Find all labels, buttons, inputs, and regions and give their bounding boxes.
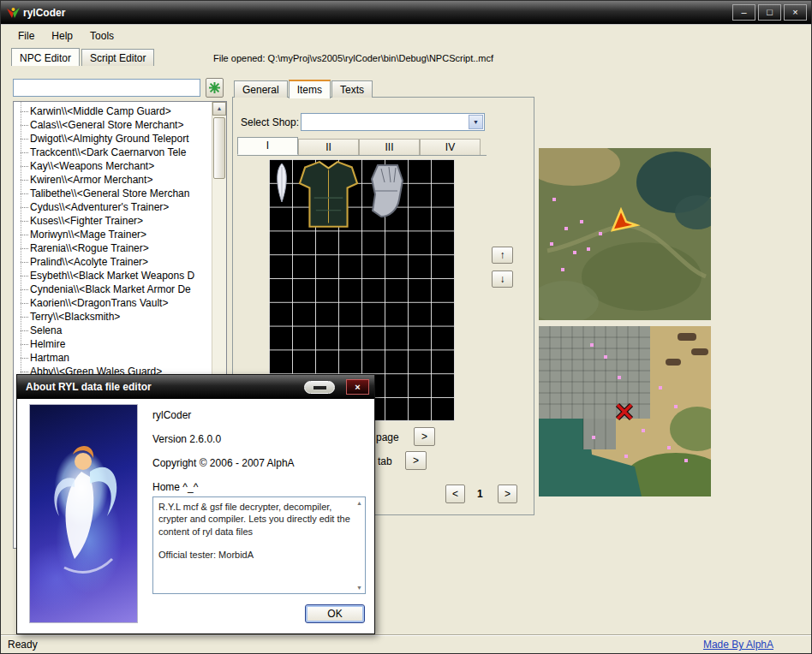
npc-tree-item[interactable]: Hartman bbox=[14, 351, 213, 365]
shop-tab-3[interactable]: III bbox=[359, 139, 420, 155]
move-down-button[interactable]: ↓ bbox=[492, 271, 513, 288]
desc-scroll-up-icon[interactable]: ▲ bbox=[356, 499, 362, 507]
about-dialog: About RYL data file editor × rylCoder Ve… bbox=[16, 374, 375, 634]
chevron-down-icon[interactable]: ▼ bbox=[469, 115, 483, 129]
desc-scroll-down-icon[interactable]: ▼ bbox=[356, 584, 362, 592]
about-home-link[interactable]: Home ^_^ bbox=[152, 481, 198, 493]
npc-tree-item[interactable]: Cyndenia\\<Black Market Armor De bbox=[14, 282, 213, 296]
menu-help[interactable]: Help bbox=[43, 27, 81, 45]
npc-tree-item[interactable]: Cydus\\<Adventurer's Trainer> bbox=[14, 200, 213, 214]
map-overview-image[interactable] bbox=[539, 148, 711, 320]
tab-general[interactable]: General bbox=[234, 80, 288, 98]
close-button[interactable]: × bbox=[784, 4, 807, 21]
about-artwork bbox=[29, 404, 138, 623]
about-app-name: rylCoder bbox=[152, 409, 191, 421]
shop-page-tabs: I II III IV bbox=[237, 137, 487, 156]
npc-tree-item[interactable]: Kwiren\\<Armor Merchant> bbox=[14, 173, 213, 187]
scroll-up-button[interactable]: ▲ bbox=[212, 102, 226, 116]
tab-items[interactable]: Items bbox=[289, 80, 331, 98]
app-icon bbox=[6, 6, 21, 21]
npc-tree-item[interactable]: Kay\\<Weapons Merchant> bbox=[14, 159, 213, 173]
angel-artwork-graphic bbox=[30, 405, 139, 624]
shop-tab-1[interactable]: I bbox=[237, 137, 298, 155]
minimize-button[interactable]: – bbox=[732, 4, 755, 21]
map-detail-image[interactable] bbox=[539, 326, 711, 496]
npc-tree-item[interactable]: Trackcent\\<Dark Caernarvon Tele bbox=[14, 146, 213, 159]
about-description-text: R.Y.L mcf & gsf file decrypter, decompil… bbox=[158, 501, 351, 538]
menubar: File Help Tools bbox=[1, 26, 811, 45]
status-bar: Ready Made By AlphA bbox=[1, 634, 811, 654]
npc-tree-item[interactable]: Selena bbox=[14, 324, 213, 337]
about-copyright: Copyright © 2006 - 2007 AlphA bbox=[152, 457, 295, 469]
select-shop-label: Select Shop: bbox=[241, 116, 299, 128]
dialog-title: About RYL data file editor bbox=[26, 381, 152, 393]
npc-tree-item[interactable]: Rarenia\\<Rogue Trainer> bbox=[14, 241, 213, 255]
npc-tree-item[interactable]: Esybeth\\<Black Market Weapons D bbox=[14, 269, 213, 282]
gauntlet-item-icon[interactable] bbox=[363, 162, 411, 222]
dialog-close-button[interactable]: × bbox=[346, 379, 369, 395]
page-number-label: 1 bbox=[477, 488, 483, 500]
titlebar: rylCoder – □ × bbox=[1, 1, 811, 25]
npc-filter-button[interactable] bbox=[206, 78, 224, 98]
dialog-titlebar: About RYL data file editor × bbox=[17, 375, 374, 399]
map-detail-graphic bbox=[539, 326, 711, 496]
npc-tree-item[interactable]: Terry\\<Blacksmith> bbox=[14, 310, 213, 324]
npc-tree-item[interactable]: Moriwyn\\<Mage Trainer> bbox=[14, 228, 213, 241]
dialog-minimize-button[interactable] bbox=[304, 381, 335, 394]
green-star-icon bbox=[209, 82, 220, 93]
menu-tools[interactable]: Tools bbox=[81, 27, 122, 45]
npc-tree-item[interactable]: Calas\\<General Store Merchant> bbox=[14, 118, 213, 132]
npc-tree-item[interactable]: Helmire bbox=[14, 337, 213, 351]
editor-tab-strip: General Items Texts bbox=[234, 80, 373, 98]
move-up-button[interactable]: ↑ bbox=[492, 247, 513, 264]
next-page-label: page bbox=[376, 431, 399, 443]
ok-button[interactable]: OK bbox=[305, 604, 365, 623]
next-tab-button[interactable]: > bbox=[405, 451, 427, 470]
window-title: rylCoder bbox=[23, 7, 65, 19]
tab-script-editor[interactable]: Script Editor bbox=[81, 49, 154, 66]
npc-tree-item[interactable]: Kuses\\<Fighter Trainer> bbox=[14, 214, 213, 228]
app-window: rylCoder – □ × File Help Tools NPC Edito… bbox=[0, 0, 812, 654]
about-description-box[interactable]: R.Y.L mcf & gsf file decrypter, decompil… bbox=[152, 496, 366, 594]
npc-tree-item[interactable]: Kaorien\\<DragonTrans Vault> bbox=[14, 296, 213, 310]
scroll-thumb[interactable] bbox=[213, 117, 225, 179]
next-page-nav-button[interactable]: > bbox=[498, 485, 517, 503]
tab-npc-editor[interactable]: NPC Editor bbox=[11, 48, 80, 66]
shop-tab-4[interactable]: IV bbox=[420, 139, 481, 155]
npc-tree-item[interactable]: Pralind\\<Acolyte Trainer> bbox=[14, 255, 213, 269]
status-ready-label: Ready bbox=[8, 639, 38, 651]
next-page-button[interactable]: > bbox=[414, 427, 435, 446]
shop-select[interactable]: ▼ bbox=[301, 113, 485, 131]
npc-tree-item[interactable]: Karwin\\<Middle Camp Guard> bbox=[14, 104, 213, 118]
about-version: Version 2.6.0.0 bbox=[152, 433, 221, 445]
tab-texts[interactable]: Texts bbox=[331, 80, 373, 98]
npc-search-input[interactable] bbox=[13, 79, 200, 97]
npc-tree-item[interactable]: Talibethe\\<General Store Merchan bbox=[14, 187, 213, 200]
armor-item-icon[interactable] bbox=[295, 160, 362, 232]
main-tab-strip: NPC EditorScript Editor bbox=[11, 48, 156, 66]
npc-tree-item[interactable]: Dwigot\\<Almighty Ground Teleport bbox=[14, 132, 213, 146]
maximize-button[interactable]: □ bbox=[758, 4, 781, 21]
map-overview-graphic bbox=[539, 148, 711, 320]
file-opened-label: File opened: Q:\myProj\vs2005\rylCoder\b… bbox=[213, 53, 493, 63]
menu-file[interactable]: File bbox=[9, 27, 43, 45]
feather-item-icon[interactable] bbox=[272, 162, 291, 204]
next-tab-label: tab bbox=[378, 455, 392, 467]
prev-page-nav-button[interactable]: < bbox=[445, 485, 465, 503]
made-by-link[interactable]: Made By AlphA bbox=[703, 639, 773, 651]
shop-tab-2[interactable]: II bbox=[298, 139, 359, 155]
about-tester-text: Official tester: MorbidA bbox=[158, 549, 351, 561]
